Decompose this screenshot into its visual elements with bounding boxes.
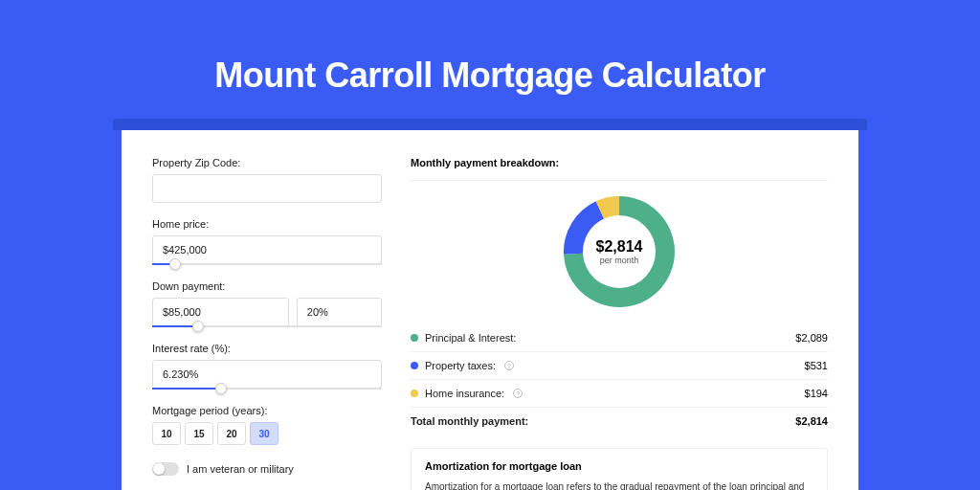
- price-slider[interactable]: [152, 263, 382, 265]
- rate-label: Interest rate (%):: [152, 343, 382, 354]
- calculator-card: Property Zip Code: Home price: Down paym…: [122, 130, 858, 490]
- total-row: Total monthly payment: $2,814: [411, 407, 828, 434]
- down-slider-fill: [152, 325, 198, 327]
- down-label: Down payment:: [152, 280, 382, 292]
- legend-label: Property taxes:: [425, 360, 496, 371]
- donut-amount: $2,814: [596, 238, 643, 256]
- info-icon[interactable]: ?: [513, 389, 523, 398]
- total-label: Total monthly payment:: [411, 415, 528, 427]
- amortization-box: Amortization for mortgage loan Amortizat…: [411, 448, 828, 490]
- breakdown-divider: [411, 180, 828, 181]
- card-accent: [113, 119, 867, 130]
- down-percent-input[interactable]: [297, 298, 382, 326]
- legend-row: Property taxes:?$531: [411, 351, 828, 379]
- legend-value: $194: [805, 388, 828, 399]
- period-buttons: 10152030: [152, 422, 382, 445]
- legend-value: $2,089: [795, 332, 828, 344]
- legend-dot: [411, 362, 418, 369]
- price-field-group: Home price:: [152, 218, 382, 265]
- breakdown-title: Monthly payment breakdown:: [411, 157, 828, 168]
- donut-chart-wrap: $2,814 per month: [411, 189, 828, 324]
- page-title: Mount Carroll Mortgage Calculator: [0, 56, 980, 96]
- legend-row: Principal & Interest:$2,089: [411, 324, 828, 351]
- veteran-toggle[interactable]: [152, 462, 179, 476]
- period-btn-10[interactable]: 10: [152, 422, 181, 445]
- rate-slider-thumb[interactable]: [215, 383, 227, 394]
- down-slider-thumb[interactable]: [192, 321, 204, 332]
- legend-row: Home insurance:?$194: [411, 379, 828, 407]
- donut-sub: per month: [596, 256, 643, 265]
- page-header: Mount Carroll Mortgage Calculator: [0, 0, 980, 96]
- period-btn-15[interactable]: 15: [185, 422, 213, 445]
- period-label: Mortgage period (years):: [152, 405, 382, 416]
- zip-input[interactable]: [152, 174, 382, 203]
- info-icon[interactable]: ?: [504, 361, 514, 370]
- amortization-title: Amortization for mortgage loan: [425, 460, 813, 472]
- period-btn-20[interactable]: 20: [217, 422, 246, 445]
- inputs-panel: Property Zip Code: Home price: Down paym…: [152, 157, 382, 490]
- price-slider-thumb[interactable]: [169, 258, 181, 270]
- rate-field-group: Interest rate (%):: [152, 343, 382, 390]
- down-amount-input[interactable]: [152, 298, 289, 326]
- down-field-group: Down payment:: [152, 280, 382, 327]
- breakdown-panel: Monthly payment breakdown: $2,814 per mo…: [411, 157, 828, 490]
- zip-field-group: Property Zip Code:: [152, 157, 382, 203]
- breakdown-legend: Principal & Interest:$2,089Property taxe…: [411, 324, 828, 407]
- donut-chart: $2,814 per month: [562, 194, 677, 309]
- down-slider[interactable]: [152, 325, 382, 327]
- legend-label: Home insurance:: [425, 388, 504, 399]
- amortization-text: Amortization for a mortgage loan refers …: [425, 479, 813, 490]
- veteran-row: I am veteran or military: [152, 462, 382, 476]
- rate-input[interactable]: [152, 360, 382, 389]
- legend-label: Principal & Interest:: [425, 332, 516, 344]
- donut-center: $2,814 per month: [596, 238, 643, 265]
- total-value: $2,814: [795, 415, 828, 427]
- period-field-group: Mortgage period (years): 10152030: [152, 405, 382, 445]
- legend-dot: [411, 390, 418, 397]
- legend-dot: [411, 334, 418, 342]
- legend-value: $531: [805, 360, 828, 371]
- veteran-toggle-knob: [153, 463, 165, 475]
- price-input[interactable]: [152, 235, 382, 264]
- veteran-label: I am veteran or military: [187, 463, 294, 475]
- rate-slider[interactable]: [152, 388, 382, 390]
- period-btn-30[interactable]: 30: [250, 422, 278, 445]
- rate-slider-fill: [152, 388, 221, 390]
- price-label: Home price:: [152, 218, 382, 230]
- zip-label: Property Zip Code:: [152, 157, 382, 168]
